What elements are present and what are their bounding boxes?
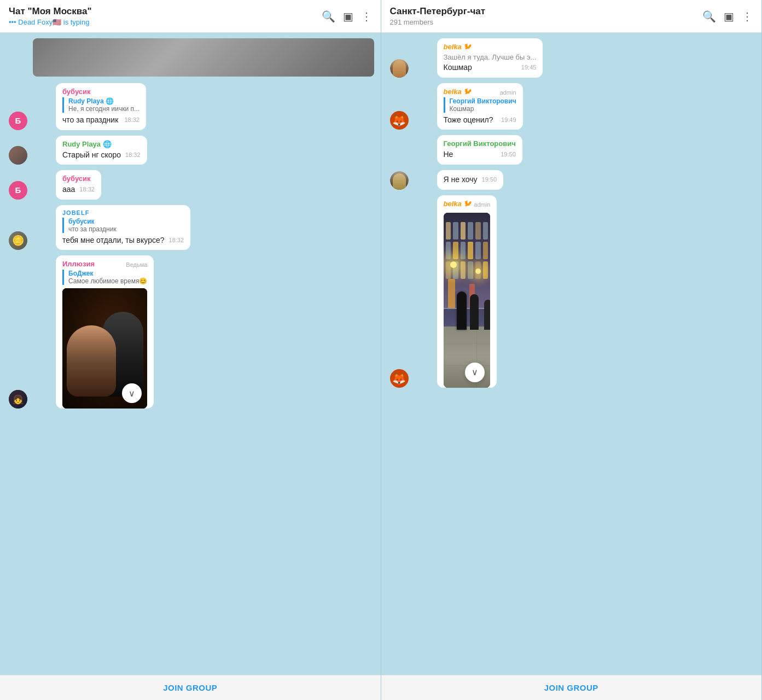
right-member-count: 291 members	[390, 18, 703, 26]
message-text: Тоже оценил? 19:49	[444, 115, 516, 126]
preview-text: Зашёл я туда. Лучше бы э...	[444, 52, 537, 62]
scroll-down-button[interactable]: ∨	[465, 363, 485, 382]
sender-name: Георгий Викторович	[444, 139, 516, 148]
table-row: 👧 Иллюзия Ведьма БоДжек Самое любимое вр…	[7, 255, 374, 409]
reply-text: Кошмар	[450, 105, 516, 113]
message-text: Я не хочу 19:50	[444, 174, 497, 185]
left-typing-status: ••• Dead Foxy🇺🇸 is typing	[9, 18, 322, 26]
reply-text: Не, я сегодня иички п...	[68, 105, 139, 113]
left-chat-header: Чат "Моя Москва" ••• Dead Foxy🇺🇸 is typi…	[0, 0, 381, 33]
table-row: Георгий Викторович Не 19:50	[388, 135, 755, 165]
reply-text: что за праздник	[68, 225, 184, 233]
left-chat-title: Чат "Моя Москва"	[9, 6, 322, 17]
table-row: Я не хочу 19:50	[388, 170, 755, 190]
left-messages-area: Б бубусик Rudy Playa 🌐 Не, я сегодня иич…	[0, 33, 381, 675]
avatar-person-male2	[390, 171, 409, 190]
avatar: Б	[7, 170, 30, 200]
top-image-partial	[33, 38, 374, 77]
reply-sender-name: Rudy Playa 🌐	[68, 97, 139, 105]
message-bubble: belka 🐿 admin Георгий Викторович Кошмар …	[437, 83, 523, 130]
more-icon[interactable]: ⋮	[742, 10, 753, 23]
sender-name: JOBELF	[62, 209, 184, 216]
table-row: 🪙 JOBELF бубусик что за праздник тебя мн…	[7, 205, 374, 250]
message-image: ∨	[444, 213, 491, 388]
reply-text: Самое любимое время😊	[68, 277, 147, 285]
avatar-squirrel2: 🦊	[390, 369, 409, 388]
message-time: 19:50	[501, 150, 516, 159]
join-group-button[interactable]: JOIN GROUP	[8, 683, 373, 692]
reply-sender-name: Георгий Викторович	[450, 97, 516, 105]
message-time: 19:45	[521, 63, 537, 72]
reply-sender-name: БоДжек	[68, 270, 147, 277]
sender-row: Иллюзия Ведьма	[62, 260, 147, 270]
message-text: тебя мне отдали, ты вкурсе? 18:32	[62, 235, 184, 246]
right-chat-panel: Санкт-Петербург-чат 291 members 🔍 ▣ ⋮ be…	[381, 0, 763, 700]
role-badge: Ведьма	[126, 261, 147, 268]
right-messages-area: belka 🐿 Зашёл я туда. Лучше бы э... Кошм…	[381, 33, 762, 675]
left-chat-panel: Чат "Моя Москва" ••• Dead Foxy🇺🇸 is typi…	[0, 0, 381, 700]
sender-name: belka 🐿	[444, 200, 471, 208]
street-scene	[444, 213, 491, 388]
message-bubble: JOBELF бубусик что за праздник тебя мне …	[56, 205, 190, 250]
message-bubble: бубусик Rudy Playa 🌐 Не, я сегодня иички…	[56, 83, 146, 130]
table-row: belka 🐿 Зашёл я туда. Лучше бы э... Кошм…	[388, 38, 755, 78]
message-image: ∨	[62, 288, 147, 409]
join-group-button[interactable]: JOIN GROUP	[389, 683, 754, 692]
reply-quote: бубусик что за праздник	[62, 218, 184, 233]
sender-name: belka 🐿	[444, 88, 471, 96]
left-chat-footer: JOIN GROUP	[0, 675, 381, 700]
right-chat-header: Санкт-Петербург-чат 291 members 🔍 ▣ ⋮	[381, 0, 762, 33]
avatar: 👧	[7, 255, 30, 409]
avatar	[7, 136, 30, 165]
table-row: 🦊 belka 🐿 admin Георгий Викторович Кошма…	[388, 83, 755, 130]
message-text: Старый нг скоро 18:32	[62, 150, 141, 161]
message-text: Не 19:50	[444, 149, 516, 160]
sender-name: Rudy Playa 🌐	[62, 140, 141, 148]
right-chat-title: Санкт-Петербург-чат	[390, 6, 703, 17]
left-header-icons: 🔍 ▣ ⋮	[322, 10, 372, 23]
search-icon[interactable]: 🔍	[322, 10, 335, 23]
reply-quote: Георгий Викторович Кошмар	[444, 97, 516, 113]
table-row: Б бубусик Rudy Playa 🌐 Не, я сегодня иич…	[7, 83, 374, 130]
message-time: 18:32	[125, 151, 141, 159]
table-row: Rudy Playa 🌐 Старый нг скоро 18:32	[7, 136, 374, 165]
message-text: ааа 18:32	[62, 184, 95, 195]
more-icon[interactable]: ⋮	[361, 10, 372, 23]
role-badge: admin	[500, 89, 516, 96]
sender-name: бубусик	[62, 88, 139, 96]
layout-icon[interactable]: ▣	[724, 10, 734, 23]
avatar	[388, 38, 411, 78]
sender-name: Иллюзия	[62, 260, 95, 268]
table-row: Б бубусик ааа 18:32	[7, 170, 374, 200]
role-badge: admin	[474, 201, 490, 208]
avatar-circle-b: Б	[9, 112, 27, 130]
sender-name: бубусик	[62, 174, 95, 183]
search-icon[interactable]: 🔍	[702, 10, 716, 23]
right-header-icons: 🔍 ▣ ⋮	[702, 10, 753, 23]
avatar: 🪙	[7, 205, 30, 250]
avatar: 🦊	[388, 195, 411, 388]
message-time: 19:50	[482, 176, 497, 184]
reply-quote: Rudy Playa 🌐 Не, я сегодня иички п...	[62, 97, 139, 113]
avatar-rudy	[9, 146, 27, 165]
avatar	[388, 170, 411, 190]
message-bubble: belka 🐿 Зашёл я туда. Лучше бы э... Кошм…	[437, 38, 543, 78]
message-time: 18:32	[169, 236, 184, 244]
message-time: 18:32	[79, 185, 95, 194]
avatar: 🦊	[388, 83, 411, 130]
message-bubble: бубусик ааа 18:32	[56, 170, 101, 200]
table-row: 🦊 belka 🐿 admin	[388, 195, 755, 388]
sender-row: belka 🐿 admin	[444, 88, 516, 97]
layout-icon[interactable]: ▣	[343, 10, 353, 23]
message-time: 19:49	[501, 116, 516, 124]
reply-sender-name: бубусик	[68, 218, 184, 225]
right-chat-footer: JOIN GROUP	[381, 675, 762, 700]
message-time: 18:32	[124, 116, 139, 124]
avatar-circle-b2: Б	[9, 181, 27, 200]
left-header-info: Чат "Моя Москва" ••• Dead Foxy🇺🇸 is typi…	[9, 6, 322, 26]
avatar-jobelf: 🪙	[9, 231, 27, 250]
message-text: что за праздник 18:32	[62, 115, 139, 126]
avatar-squirrel: 🦊	[390, 111, 409, 130]
right-header-info: Санкт-Петербург-чат 291 members	[390, 6, 703, 26]
message-bubble: Иллюзия Ведьма БоДжек Самое любимое врем…	[56, 255, 154, 409]
